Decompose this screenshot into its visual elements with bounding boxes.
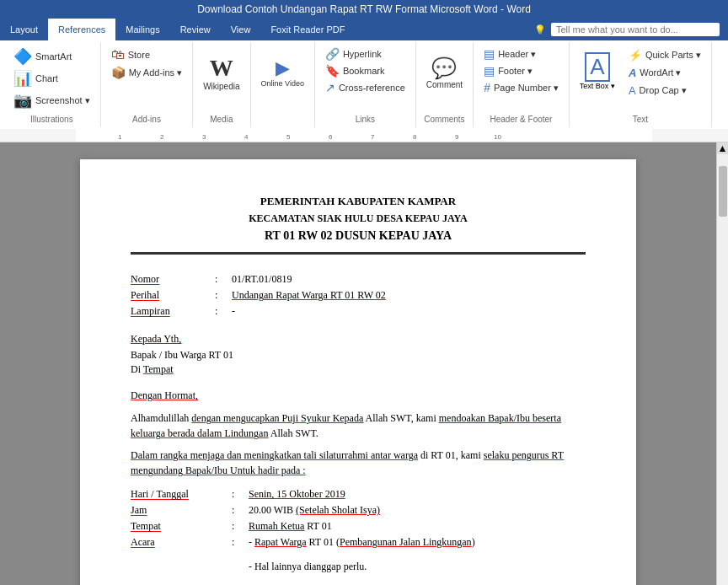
- ribbon-content: 🔷 SmartArt 📊 Chart 📷 Screenshot ▾ Illust…: [0, 40, 728, 129]
- tab-review[interactable]: Review: [170, 19, 221, 40]
- table-row: Perihal : Undangan Rapat Warga RT 01 RW …: [131, 287, 586, 303]
- hf-label: Header & Footer: [490, 111, 553, 124]
- smartart-icon: 🔷: [13, 47, 32, 66]
- lampiran-sep: :: [215, 303, 232, 319]
- onlinevideo-button[interactable]: ▶ Online Video: [256, 46, 309, 99]
- wordart-button[interactable]: A WordArt ▾: [624, 65, 706, 81]
- pagenum-label: Page Number ▾: [494, 83, 559, 94]
- tab-mailings[interactable]: Mailings: [115, 19, 169, 40]
- nomor-sep: :: [215, 271, 232, 287]
- doc-header: PEMERINTAH KABUPATEN KAMPAR KECAMATAN SI…: [131, 193, 586, 245]
- store-button[interactable]: 🛍 Store: [106, 46, 155, 64]
- crossref-label: Cross-reference: [339, 83, 405, 93]
- nomor-value: 01/RT.01/0819: [232, 271, 586, 287]
- title-bar: Download Contoh Undangan Rapat RT RW For…: [0, 0, 728, 19]
- svg-text:7: 7: [371, 133, 375, 141]
- group-headerfooter: ▤ Header ▾ ▤ Footer ▾ # Page Number ▾ He…: [474, 42, 570, 127]
- header-line3: RT 01 RW 02 DUSUN KEPAU JAYA: [131, 227, 586, 245]
- tanggal-sep: :: [232, 486, 249, 502]
- crossref-icon: ↗: [325, 81, 335, 94]
- hyperlink-label: Hyperlink: [343, 49, 382, 59]
- text-label: Text: [633, 111, 648, 124]
- header-icon: ▤: [484, 47, 495, 61]
- doc-scroll[interactable]: PEMERINTAH KABUPATEN KAMPAR KECAMATAN SI…: [0, 142, 716, 585]
- dropcap-label: Drop Cap ▾: [640, 85, 687, 96]
- textbox-button[interactable]: A Text Box ▾: [575, 46, 620, 96]
- group-media: W Wikipedia Media: [193, 42, 250, 127]
- perihal-value: Undangan Rapat Warga RT 01 RW 02: [232, 287, 586, 303]
- group-illustrations: 🔷 SmartArt 📊 Chart 📷 Screenshot ▾ Illust…: [3, 42, 101, 127]
- acara-sep: :: [232, 534, 249, 550]
- smartart-label: SmartArt: [35, 51, 72, 62]
- comment-button[interactable]: 💬 Comment: [421, 46, 468, 99]
- table-row: Lampiran : -: [131, 303, 586, 319]
- wikipedia-icon: W: [210, 55, 233, 82]
- store-icon: 🛍: [111, 47, 125, 62]
- more-text: - Hal lainnya dianggap perlu.: [131, 561, 586, 573]
- tanggal-value: Senin, 15 Oktober 2019: [249, 486, 586, 502]
- header-line2: KECAMATAN SIAK HULU DESA KEPAU JAYA: [131, 211, 586, 227]
- main-area: PEMERINTAH KABUPATEN KAMPAR KECAMATAN SI…: [0, 142, 728, 585]
- body-para2: Dalam rangka menjaga dan meningkatkan ta…: [131, 448, 586, 478]
- svg-text:8: 8: [413, 133, 417, 141]
- screenshot-button[interactable]: 📷 Screenshot ▾: [8, 89, 95, 111]
- jam-value: 20.00 WIB (Setelah Sholat Isya): [249, 502, 586, 518]
- salutation: Dengan Hormat,: [131, 389, 586, 402]
- search-input[interactable]: [551, 23, 720, 36]
- quickparts-button[interactable]: ⚡ Quick Parts ▾: [624, 47, 706, 63]
- comments-label: Comments: [424, 111, 464, 124]
- svg-text:2: 2: [160, 133, 164, 141]
- doc-page: PEMERINTAH KABUPATEN KAMPAR KECAMATAN SI…: [80, 159, 636, 585]
- myadins-button[interactable]: 📦 My Add-ins ▾: [106, 64, 187, 81]
- pagenum-button[interactable]: # Page Number ▾: [479, 79, 564, 96]
- hyperlink-button[interactable]: 🔗 Hyperlink: [320, 46, 387, 62]
- myadins-icon: 📦: [111, 66, 126, 79]
- footer-label: Footer ▾: [498, 66, 533, 77]
- bookmark-button[interactable]: 🔖 Bookmark: [320, 62, 390, 79]
- quickparts-label: Quick Parts ▾: [645, 50, 701, 61]
- recipient2: Di Tempat: [131, 363, 586, 376]
- dropcap-button[interactable]: A Drop Cap ▾: [624, 83, 706, 99]
- footer-icon: ▤: [484, 64, 495, 78]
- search-bar: 💡: [526, 19, 728, 40]
- lampiran-value: -: [232, 303, 586, 319]
- onlinevideo-icon: ▶: [276, 57, 290, 79]
- jam-label: Jam: [131, 502, 232, 518]
- screenshot-icon: 📷: [13, 91, 32, 110]
- crossref-button[interactable]: ↗ Cross-reference: [320, 79, 410, 96]
- lampiran-label: Lampiran: [131, 303, 215, 319]
- chart-button[interactable]: 📊 Chart: [8, 67, 63, 89]
- header-line1: PEMERINTAH KABUPATEN KAMPAR: [131, 193, 586, 211]
- wordart-label: WordArt ▾: [640, 67, 681, 78]
- scrollbar-vertical[interactable]: ▲: [716, 142, 728, 585]
- store-label: Store: [128, 50, 150, 60]
- table-row: Tempat : Rumah Ketua RT 01: [131, 518, 586, 534]
- group-text: A Text Box ▾ ⚡ Quick Parts ▾ A WordArt ▾…: [570, 42, 712, 127]
- wikipedia-button[interactable]: W Wikipedia: [198, 46, 244, 99]
- footer-button[interactable]: ▤ Footer ▾: [479, 62, 538, 79]
- group-comments: 💬 Comment Comments: [416, 42, 474, 127]
- table-row: Hari / Tanggal : Senin, 15 Oktober 2019: [131, 486, 586, 502]
- nomor-label: Nomor: [131, 271, 215, 287]
- svg-text:1: 1: [118, 133, 122, 141]
- scroll-thumb[interactable]: [719, 166, 727, 217]
- svg-text:4: 4: [244, 133, 249, 141]
- tab-layout[interactable]: Layout: [0, 19, 48, 40]
- tab-foxit[interactable]: Foxit Reader PDF: [260, 19, 355, 40]
- chart-icon: 📊: [13, 69, 32, 88]
- svg-text:5: 5: [286, 133, 291, 141]
- meeting-info-table: Hari / Tanggal : Senin, 15 Oktober 2019 …: [131, 486, 586, 550]
- tempat-label: Tempat: [131, 518, 232, 534]
- svg-text:6: 6: [329, 133, 333, 141]
- smartart-button[interactable]: 🔷 SmartArt: [8, 46, 77, 67]
- scroll-up-button[interactable]: ▲: [717, 142, 729, 154]
- tab-view[interactable]: View: [221, 19, 261, 40]
- illustrations-label: Illustrations: [30, 111, 73, 124]
- perihal-sep: :: [215, 287, 232, 303]
- tab-references[interactable]: References: [48, 19, 115, 40]
- header-button[interactable]: ▤ Header ▾: [479, 46, 541, 62]
- bookmark-label: Bookmark: [343, 66, 385, 76]
- chart-label: Chart: [35, 73, 58, 83]
- dropcap-icon: A: [629, 84, 636, 97]
- table-row: Nomor : 01/RT.01/0819: [131, 271, 586, 287]
